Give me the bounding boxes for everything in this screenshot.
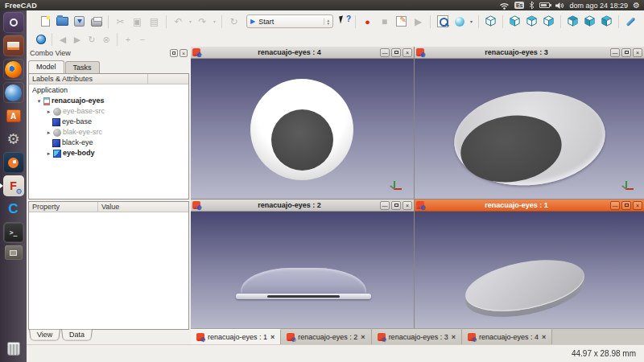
view-right-button[interactable] — [541, 14, 556, 29]
tab-close-icon[interactable]: × — [270, 333, 275, 341]
minimize-button[interactable]: — — [380, 48, 390, 57]
view-axonometric-button[interactable] — [483, 14, 498, 29]
minimize-button[interactable]: — — [610, 48, 620, 57]
viewport-3-canvas[interactable] — [415, 59, 644, 199]
viewport-3-titlebar[interactable]: renacuajo-eyes : 3 — × — [415, 47, 644, 59]
print-button[interactable] — [89, 14, 104, 29]
save-button[interactable] — [72, 14, 87, 29]
launcher-item-cura[interactable]: C — [3, 199, 24, 220]
launcher-item-settings[interactable]: ⚙ — [3, 129, 24, 150]
view-bottom-button[interactable] — [582, 14, 597, 29]
maximize-button[interactable] — [391, 201, 401, 210]
maximize-button[interactable] — [391, 48, 401, 57]
tree-row-document[interactable]: ▾ renacuajo-eyes — [29, 96, 188, 106]
session-menu-icon[interactable]: ⚙ — [633, 2, 640, 10]
viewport-4-canvas[interactable] — [191, 59, 414, 199]
minimize-button[interactable]: — — [380, 201, 390, 210]
minimize-button[interactable]: — — [610, 201, 620, 210]
tree-row-blak-eye-src[interactable]: ▸ blak-eye-src — [29, 127, 188, 138]
launcher-item-files[interactable] — [3, 35, 24, 56]
new-file-button[interactable] — [38, 14, 53, 29]
close-button[interactable]: × — [402, 201, 412, 210]
undo-dropdown-icon[interactable]: ▾ — [188, 19, 193, 24]
macro-edit-button[interactable]: ✎ — [394, 14, 409, 29]
expand-closed-icon[interactable]: ▸ — [45, 148, 52, 158]
close-button[interactable]: × — [633, 48, 642, 57]
view-front-button[interactable] — [507, 14, 522, 29]
viewport-1-titlebar[interactable]: renacuajo-eyes : 1 — × — [415, 200, 644, 212]
tab-tasks[interactable]: Tasks — [65, 61, 100, 73]
tab-view[interactable]: View — [29, 330, 60, 341]
launcher-item-terminal[interactable]: >_ — [3, 222, 24, 243]
fit-all-button[interactable] — [435, 14, 450, 29]
tree-row-eye-body[interactable]: ▸ eye-body — [29, 148, 188, 158]
launcher-item-blender[interactable] — [3, 152, 24, 173]
launcher-item-chromium[interactable] — [3, 82, 24, 103]
tree-row-eye-base[interactable]: eye-base — [29, 117, 188, 127]
tree-row-black-eye[interactable]: black-eye — [29, 138, 188, 148]
expand-open-icon[interactable]: ▾ — [35, 96, 43, 106]
macro-stop-button[interactable]: ■ — [377, 14, 392, 29]
mdi-tab-2[interactable]: renacuajo-eyes : 2 × — [281, 329, 371, 344]
workbench-selector[interactable]: ▶ Start ▴ ▾ — [246, 14, 333, 28]
undo-button[interactable]: ↶ — [171, 14, 186, 29]
nav-stop-button[interactable]: ⊗ — [100, 33, 113, 46]
dock-float-button[interactable] — [170, 49, 178, 57]
mdi-tab-4[interactable]: renacuajo-eyes : 4 × — [462, 329, 552, 344]
refresh-button[interactable]: ↻ — [226, 14, 242, 29]
draw-style-dropdown-icon[interactable]: ▾ — [469, 19, 474, 24]
launcher-item-dash[interactable] — [3, 12, 24, 33]
maximize-button[interactable] — [621, 201, 631, 210]
launcher-item-trash[interactable] — [3, 338, 24, 359]
launcher-item-freecad[interactable]: F ⚙ — [3, 175, 24, 196]
tab-close-icon[interactable]: × — [361, 333, 365, 341]
close-button[interactable]: × — [402, 48, 412, 57]
zoom-in-button[interactable]: + — [122, 33, 134, 46]
tree-row-eye-base-src[interactable]: ▸ eye-base-src — [29, 106, 188, 117]
redo-dropdown-icon[interactable]: ▾ — [212, 19, 217, 24]
view-left-button[interactable] — [599, 14, 614, 29]
mdi-tab-1[interactable]: renacuajo-eyes : 1 × — [191, 329, 281, 344]
combo-view-header[interactable]: Combo View × — [27, 47, 191, 60]
viewport-2-titlebar[interactable]: renacuajo-eyes : 2 — × — [191, 200, 414, 212]
volume-icon[interactable] — [555, 2, 564, 10]
tab-data[interactable]: Data — [61, 330, 93, 341]
bluetooth-icon[interactable] — [529, 1, 535, 10]
draw-style-button[interactable] — [452, 14, 467, 29]
mdi-tab-3[interactable]: renacuajo-eyes : 3 × — [372, 329, 462, 344]
measure-button[interactable] — [623, 14, 638, 29]
viewport-2-canvas[interactable] — [191, 212, 414, 328]
keyboard-indicator[interactable]: Es — [514, 2, 525, 9]
view-rear-button[interactable] — [565, 14, 580, 29]
workbench-spinner[interactable]: ▴ ▾ — [324, 19, 329, 25]
expand-closed-icon[interactable]: ▸ — [45, 106, 52, 117]
clock[interactable]: dom ago 24 18:29 — [569, 2, 628, 10]
maximize-button[interactable] — [621, 48, 631, 57]
whats-this-button[interactable]: ? — [338, 14, 351, 29]
expand-closed-icon[interactable]: ▸ — [45, 127, 52, 138]
viewport-1-canvas[interactable] — [415, 212, 644, 328]
launcher-item-firefox[interactable] — [3, 59, 24, 80]
zoom-out-button[interactable]: − — [136, 33, 149, 46]
tab-model[interactable]: Model — [28, 60, 64, 73]
nav-forward-button[interactable]: ▶ — [71, 33, 84, 46]
launcher-item-workspaces[interactable] — [5, 245, 23, 260]
close-button[interactable]: × — [633, 201, 642, 210]
tab-close-icon[interactable]: × — [452, 333, 456, 341]
view-top-button[interactable] — [524, 14, 539, 29]
macro-play-button[interactable]: ▶ — [411, 14, 426, 29]
paste-button[interactable]: ▤ — [147, 14, 162, 29]
tree-row-application[interactable]: Application — [29, 85, 188, 96]
battery-icon[interactable] — [539, 2, 550, 8]
open-button[interactable] — [55, 14, 70, 29]
copy-button[interactable]: ▣ — [130, 14, 145, 29]
nav-refresh-button[interactable]: ↻ — [85, 33, 98, 46]
launcher-item-software-center[interactable]: A — [3, 105, 24, 126]
nav-back-button[interactable]: ◀ — [56, 33, 69, 46]
cut-button[interactable]: ✂ — [113, 14, 128, 29]
tab-close-icon[interactable]: × — [542, 333, 546, 341]
viewport-4-titlebar[interactable]: renacuajo-eyes : 4 — × — [191, 47, 414, 59]
dock-close-button[interactable]: × — [180, 49, 188, 57]
wifi-icon[interactable] — [499, 2, 510, 10]
macro-record-button[interactable]: ● — [360, 14, 375, 29]
